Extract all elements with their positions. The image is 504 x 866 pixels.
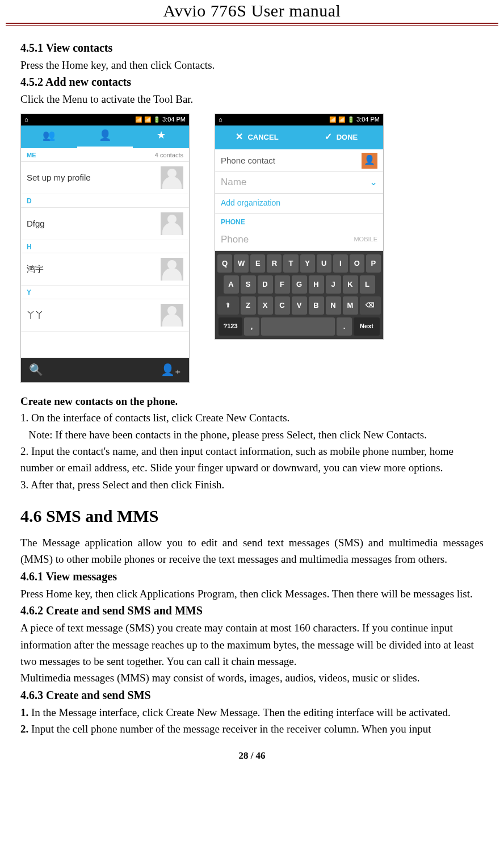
key-k[interactable]: K (343, 275, 358, 294)
text-4-6-3-step2: 2. Input the cell phone number of the me… (20, 721, 484, 737)
search-icon[interactable]: 🔍 (29, 361, 43, 379)
status-bar: ⌂ 📶 📶 🔋 3:04 PM (215, 114, 383, 125)
key-period[interactable]: . (337, 317, 352, 336)
key-o[interactable]: O (350, 254, 364, 273)
wifi-icon: 📶 (135, 115, 142, 124)
key-t[interactable]: T (283, 254, 298, 273)
key-c[interactable]: C (275, 296, 290, 315)
step-text: Input the cell phone number of the messa… (28, 723, 431, 735)
me-label: ME (27, 150, 36, 160)
key-symbols[interactable]: ?123 (219, 317, 242, 336)
setup-profile-row[interactable]: Set up my profile (21, 162, 189, 194)
key-comma[interactable]: , (244, 317, 259, 336)
edit-topbar: ✕ CANCEL ✓ DONE (215, 125, 383, 149)
key-n[interactable]: N (326, 296, 341, 315)
avatar-placeholder (161, 258, 183, 281)
me-header-row: ME 4 contacts (21, 148, 189, 162)
contacts-count: 4 contacts (155, 150, 183, 160)
add-organization-button[interactable]: Add organization (215, 194, 383, 214)
key-m[interactable]: M (343, 296, 358, 315)
text-4-6-1: Press Home key, then click Applications … (20, 585, 484, 602)
letter-header-h: H (21, 240, 189, 254)
key-shift[interactable]: ⇧ (217, 296, 239, 315)
battery-icon: 🔋 (153, 115, 160, 124)
done-label: DONE (337, 132, 358, 143)
header-divider (6, 23, 498, 26)
letter-header-d: D (21, 194, 189, 208)
key-b[interactable]: B (309, 296, 324, 315)
key-e[interactable]: E (250, 254, 265, 273)
name-placeholder: Name (221, 175, 246, 190)
contact-name: 鸿宇 (27, 262, 44, 275)
key-h[interactable]: H (309, 275, 324, 294)
create-step-1: 1. On the interface of contacts list, cl… (20, 409, 484, 426)
key-next[interactable]: Next (354, 317, 380, 336)
page-number: 28 / 46 (0, 750, 504, 762)
heading-create-contacts: Create new contacts on the phone. (20, 393, 484, 409)
home-icon: ⌂ (24, 115, 28, 124)
screenshots-row: ⌂ 📶 📶 🔋 3:04 PM 👥 👤 ★ ME 4 contacts Set … (20, 114, 484, 383)
key-g[interactable]: G (292, 275, 307, 294)
done-button[interactable]: ✓ DONE (299, 125, 383, 149)
key-i[interactable]: I (333, 254, 348, 273)
key-w[interactable]: W (234, 254, 249, 273)
key-f[interactable]: F (275, 275, 290, 294)
contact-name: Dfgg (27, 217, 45, 230)
key-j[interactable]: J (326, 275, 341, 294)
heading-4-6: 4.6 SMS and MMS (20, 503, 484, 530)
key-p[interactable]: P (366, 254, 381, 273)
tab-favorites[interactable]: ★ (133, 125, 189, 148)
step-text: In the Message interface, click Create N… (28, 706, 451, 718)
text-4-6-2-p1: A piece of text message (SMS) you create… (20, 620, 484, 670)
contact-row-hongyu[interactable]: 鸿宇 (21, 253, 189, 286)
signal-icon: 📶 (144, 115, 151, 124)
status-bar: ⌂ 📶 📶 🔋 3:04 PM (21, 114, 189, 125)
signal-icon: 📶 (338, 115, 345, 124)
heading-4-5-1: 4.5.1 View contacts (20, 39, 484, 57)
key-u[interactable]: U (317, 254, 331, 273)
key-backspace[interactable]: ⌫ (360, 296, 381, 315)
contact-type-label: Phone contact (221, 154, 275, 167)
text-4-6-3-step1: 1. In the Message interface, click Creat… (20, 704, 484, 721)
key-x[interactable]: X (258, 296, 273, 315)
key-s[interactable]: S (241, 275, 256, 294)
key-l[interactable]: L (360, 275, 375, 294)
close-icon: ✕ (236, 130, 243, 144)
text-4-6: The Message application allow you to edi… (20, 534, 484, 568)
soft-keyboard: Q W E R T Y U I O P A S D F G H (215, 251, 383, 339)
key-r[interactable]: R (267, 254, 282, 273)
name-input[interactable]: Name ⌄ (215, 171, 383, 194)
bottom-toolbar: 🔍 👤₊ (21, 358, 189, 382)
key-a[interactable]: A (224, 275, 239, 294)
cancel-button[interactable]: ✕ CANCEL (215, 125, 299, 149)
tab-contacts[interactable]: 👤 (77, 125, 133, 148)
create-note: Note: If there have been contacts in the… (20, 426, 484, 443)
add-contact-icon[interactable]: 👤₊ (161, 361, 181, 379)
key-d[interactable]: D (258, 275, 273, 294)
heading-4-6-3: 4.6.3 Create and send SMS (20, 687, 484, 704)
key-y[interactable]: Y (300, 254, 315, 273)
key-space[interactable] (261, 317, 335, 336)
heading-4-6-1: 4.6.1 View messages (20, 568, 484, 585)
contact-row-dfgg[interactable]: Dfgg (21, 208, 189, 240)
tab-groups[interactable]: 👥 (21, 125, 77, 148)
key-q[interactable]: Q (217, 254, 232, 273)
create-step-2: 2. Input the contact's name, and then in… (20, 443, 484, 476)
phone-type-label[interactable]: MOBILE (354, 235, 377, 244)
contact-row-yaya[interactable]: 丫丫 (21, 299, 189, 332)
step-number: 2. (20, 723, 28, 735)
screenshot-contacts-list: ⌂ 📶 📶 🔋 3:04 PM 👥 👤 ★ ME 4 contacts Set … (20, 114, 190, 383)
expand-icon[interactable]: ⌄ (369, 175, 377, 190)
contact-name: 丫丫 (27, 308, 44, 321)
status-time: 3:04 PM (162, 115, 186, 124)
cancel-label: CANCEL (247, 132, 278, 143)
phone-input[interactable]: Phone MOBILE (215, 229, 383, 251)
heading-4-6-2: 4.6.2 Create and send SMS and MMS (20, 602, 484, 620)
page-content: 4.5.1 View contacts Press the Home key, … (0, 31, 504, 738)
avatar-placeholder (161, 304, 183, 327)
key-v[interactable]: V (292, 296, 307, 315)
home-icon: ⌂ (219, 115, 222, 124)
key-z[interactable]: Z (241, 296, 256, 315)
screenshot-add-contact: ⌂ 📶 📶 🔋 3:04 PM ✕ CANCEL ✓ DONE (215, 114, 384, 340)
contact-type-row[interactable]: Phone contact 👤 (215, 149, 383, 171)
